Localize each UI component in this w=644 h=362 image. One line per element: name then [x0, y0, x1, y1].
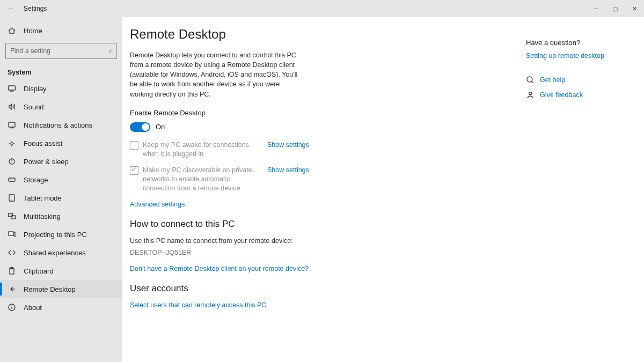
svg-rect-9: [9, 232, 13, 235]
keep-awake-checkbox[interactable]: [130, 141, 138, 150]
enable-toggle[interactable]: [130, 122, 150, 132]
sidebar: Home ⌕ System Display Sound Notification…: [0, 17, 122, 362]
home-label: Home: [24, 27, 42, 35]
svg-rect-1: [9, 122, 15, 127]
advanced-settings-link[interactable]: Advanced settings: [130, 201, 430, 208]
svg-rect-7: [9, 213, 13, 217]
page-description: Remote Desktop lets you connect to and c…: [130, 50, 302, 99]
enable-label: Enable Remote Desktop: [130, 109, 430, 117]
shared-icon: [8, 248, 16, 257]
question-heading: Have a question?: [526, 39, 623, 47]
about-icon: [8, 303, 16, 312]
discoverable-show-settings[interactable]: Show settings: [267, 166, 309, 174]
sidebar-item-display[interactable]: Display: [0, 79, 122, 98]
window-controls: ─ ▢ ✕: [586, 0, 644, 17]
focus-icon: [8, 139, 16, 147]
svg-point-6: [11, 200, 12, 200]
sidebar-item-label: Shared experiences: [24, 249, 86, 257]
content: Remote Desktop Remote Desktop lets you c…: [130, 27, 430, 362]
svg-rect-0: [9, 86, 16, 90]
sidebar-item-remote-desktop[interactable]: Remote Desktop: [0, 280, 122, 298]
sidebar-item-label: Display: [24, 85, 47, 93]
sidebar-item-label: Notifications & actions: [24, 121, 92, 129]
sidebar-item-tablet[interactable]: Tablet mode: [0, 189, 122, 207]
storage-icon: [8, 175, 16, 184]
sidebar-item-label: Projecting to this PC: [24, 231, 87, 239]
sound-icon: [8, 102, 16, 111]
sidebar-item-power[interactable]: Power & sleep: [0, 152, 122, 171]
get-help-link[interactable]: Get help: [526, 76, 623, 84]
sidebar-item-sound[interactable]: Sound: [0, 98, 122, 116]
svg-point-4: [10, 179, 10, 180]
select-users-link[interactable]: Select users that can remotely access th…: [130, 301, 430, 309]
sidebar-item-multitasking[interactable]: Multitasking: [0, 207, 122, 225]
sidebar-item-label: Power & sleep: [24, 158, 69, 166]
home-icon: [8, 26, 16, 35]
remote-icon: [8, 285, 16, 293]
project-icon: [8, 230, 16, 239]
sidebar-item-notifications[interactable]: Notifications & actions: [0, 116, 122, 134]
minimize-button[interactable]: ─: [586, 0, 605, 17]
notification-icon: [8, 121, 16, 129]
multitask-icon: [8, 212, 16, 220]
maximize-button[interactable]: ▢: [605, 0, 625, 17]
sidebar-item-label: Storage: [24, 176, 48, 184]
app-title: Settings: [24, 5, 47, 12]
howto-title: How to connect to this PC: [130, 219, 430, 230]
user-accounts-title: User accounts: [130, 283, 430, 294]
sidebar-item-focus[interactable]: Focus assist: [0, 134, 122, 152]
tablet-icon: [8, 194, 16, 202]
sidebar-item-projecting[interactable]: Projecting to this PC: [0, 225, 122, 243]
svg-rect-3: [9, 178, 15, 181]
search-wrap: ⌕: [5, 43, 117, 59]
toggle-state: On: [156, 123, 165, 131]
sidebar-item-label: Remote Desktop: [24, 285, 76, 293]
feedback-icon: [526, 91, 535, 99]
keep-awake-label: Keep my PC awake for connections when it…: [143, 141, 261, 159]
setup-link[interactable]: Setting up remote desktop: [526, 52, 623, 60]
discoverable-checkbox[interactable]: [130, 166, 138, 175]
pc-name: DESKTOP-IJQ51ER: [130, 249, 430, 256]
clipboard-icon: [8, 267, 16, 275]
search-icon: ⌕: [109, 47, 113, 54]
right-column: Have a question? Setting up remote deskt…: [526, 27, 623, 362]
sidebar-item-label: Sound: [24, 103, 44, 111]
sidebar-item-label: Multitasking: [24, 212, 61, 220]
sidebar-item-label: Focus assist: [24, 139, 62, 147]
svg-rect-8: [11, 216, 16, 219]
back-icon[interactable]: ←: [8, 4, 18, 13]
feedback-link[interactable]: Give feedback: [526, 91, 623, 99]
sidebar-item-label: About: [24, 304, 42, 312]
close-button[interactable]: ✕: [625, 0, 644, 17]
sidebar-item-shared[interactable]: Shared experiences: [0, 243, 122, 262]
titlebar: ← Settings: [0, 0, 644, 17]
sidebar-item-storage[interactable]: Storage: [0, 171, 122, 189]
svg-point-14: [529, 92, 532, 95]
page-title: Remote Desktop: [130, 27, 430, 42]
sidebar-home[interactable]: Home: [0, 21, 122, 40]
no-client-link[interactable]: Don't have a Remote Desktop client on yo…: [130, 265, 430, 272]
discoverable-label: Make my PC discoverable on private netwo…: [143, 166, 261, 193]
sidebar-item-label: Tablet mode: [24, 194, 62, 202]
section-label: System: [0, 64, 122, 79]
sidebar-item-label: Clipboard: [24, 267, 54, 275]
howto-text: Use this PC name to connect from your re…: [130, 237, 430, 245]
keep-awake-show-settings[interactable]: Show settings: [267, 141, 309, 149]
sidebar-item-clipboard[interactable]: Clipboard: [0, 262, 122, 280]
help-icon: [526, 76, 535, 84]
power-icon: [8, 157, 16, 166]
display-icon: [8, 84, 16, 93]
sidebar-item-about[interactable]: About: [0, 298, 122, 316]
search-input[interactable]: [5, 43, 117, 59]
